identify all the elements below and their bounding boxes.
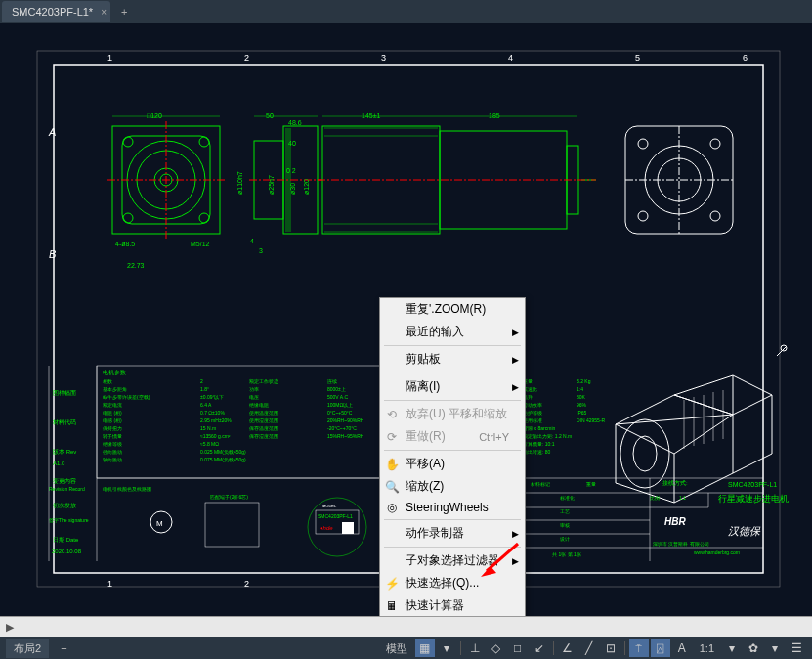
- svg-text:IP65: IP65: [577, 410, 587, 416]
- osnap-toggle-button[interactable]: □: [508, 639, 528, 657]
- menu-sub-select-filter[interactable]: 子对象选择过滤器 ▶: [380, 549, 525, 572]
- svg-text:行星减速步进电机: 行星减速步进电机: [718, 494, 789, 504]
- svg-text:轴向跳动: 轴向跳动: [103, 457, 122, 462]
- context-menu: 重复'.ZOOM(R) 最近的输入 ▶ 剪贴板 ▶ 隔离(I) ▶ ⟲ 放弃(U…: [379, 297, 526, 616]
- menu-redo[interactable]: ⟳ 重做(R) Ctrl+Y: [380, 425, 525, 448]
- svg-text:使用湿度范围: 使用湿度范围: [249, 417, 278, 423]
- svg-marker-65: [616, 415, 733, 454]
- drawing-canvas[interactable]: 1 2 3 4 5 6 A B □120: [0, 23, 812, 616]
- repeat-icon: [384, 302, 400, 318]
- svg-text:500V A.C: 500V A.C: [327, 394, 349, 400]
- svg-text:背隙 ≤ 8arcmin: 背隙 ≤ 8arcmin: [523, 425, 556, 431]
- svg-text:4: 4: [508, 53, 513, 63]
- inferred-constraints-button[interactable]: ↙: [530, 639, 549, 657]
- scale-button[interactable]: 1:1: [694, 640, 720, 656]
- isoplane-button[interactable]: ╱: [579, 639, 599, 657]
- snap-toggle-button[interactable]: ◇: [487, 639, 506, 657]
- svg-text:材料标记: 材料标记: [530, 481, 550, 487]
- svg-text:22.73: 22.73: [127, 262, 145, 269]
- svg-text:96%: 96%: [577, 402, 587, 408]
- menu-separator: [384, 373, 521, 373]
- add-tab-button[interactable]: +: [116, 4, 132, 20]
- menu-label: 剪贴板: [406, 351, 441, 368]
- menu-separator: [384, 547, 521, 548]
- svg-text:3: 3: [381, 53, 386, 63]
- menu-quick-calc[interactable]: 🖩 快速计算器: [380, 594, 525, 616]
- annotation-autoscale-button[interactable]: A: [672, 639, 692, 657]
- svg-text:绝缘等级: 绝缘等级: [103, 441, 122, 447]
- menu-isolate[interactable]: 隔离(I) ▶: [380, 375, 525, 398]
- svg-text:B: B: [49, 248, 56, 260]
- status-separator: [460, 641, 461, 655]
- scale-dropdown-button[interactable]: ▾: [722, 639, 742, 657]
- menu-zoom[interactable]: 🔍 缩放(Z): [380, 475, 525, 498]
- menu-pan[interactable]: ✋ 平移(A): [380, 453, 525, 475]
- svg-text:145±1: 145±1: [362, 112, 381, 119]
- svg-text:电压: 电压: [249, 394, 259, 400]
- menu-label: 放弃(U) 平移和缩放: [406, 406, 507, 422]
- menu-label: 快速选择(Q)...: [406, 575, 479, 592]
- menu-repeat-zoom[interactable]: 重复'.ZOOM(R): [380, 298, 525, 321]
- svg-text:A: A: [48, 126, 56, 138]
- menu-label: 缩放(Z): [406, 478, 444, 495]
- svg-text:功率: 功率: [249, 386, 259, 392]
- svg-text:1:1: 1:1: [679, 495, 686, 501]
- pan-hand-icon: ✋: [384, 457, 400, 472]
- svg-point-59: [710, 139, 720, 149]
- svg-text:±0.09°以下: ±0.09°以下: [200, 394, 224, 400]
- menu-abandon[interactable]: ⟲ 放弃(U) 平移和缩放: [380, 403, 525, 425]
- menu-action-recorder[interactable]: 动作录制器 ▶: [380, 522, 525, 545]
- svg-text:蜗牛步带许误差(空载): 蜗牛步带许误差(空载): [103, 394, 150, 400]
- zoom-icon: 🔍: [384, 479, 400, 495]
- svg-rect-166: [342, 522, 354, 534]
- svg-text:2020.10.08: 2020.10.08: [52, 549, 82, 554]
- svg-text:5: 5: [635, 53, 640, 63]
- close-tab-icon[interactable]: ×: [101, 7, 107, 18]
- file-tab[interactable]: SMC4203PF-L1* ×: [2, 1, 110, 22]
- submenu-arrow-icon: ▶: [512, 328, 519, 337]
- menu-quick-select[interactable]: ⚡ 快速选择(Q)...: [380, 572, 525, 594]
- svg-text:比例: 比例: [650, 495, 660, 501]
- svg-rect-42: [322, 126, 440, 234]
- menu-label: 快速计算器: [406, 597, 464, 614]
- add-layout-button[interactable]: +: [55, 640, 72, 656]
- snap-dropdown-button[interactable]: ▾: [437, 639, 456, 657]
- svg-text:3.2 Kg: 3.2 Kg: [577, 378, 591, 384]
- status-separator: [624, 641, 625, 655]
- svg-point-60: [638, 211, 648, 221]
- angle-snap-button[interactable]: ∠: [558, 639, 577, 657]
- customize-dropdown-button[interactable]: ▾: [765, 639, 785, 657]
- svg-text:4: 4: [250, 238, 254, 244]
- layout-tab[interactable]: 布局2: [6, 639, 49, 658]
- svg-text:保持扭力: 保持扭力: [103, 425, 122, 431]
- svg-text:使用温度范围: 使用温度范围: [249, 410, 278, 416]
- menu-button[interactable]: ☰: [787, 639, 806, 657]
- svg-text:图样幅面: 图样幅面: [53, 390, 76, 396]
- svg-text:签字The signature: 签字The signature: [49, 517, 89, 523]
- submenu-arrow-icon: ▶: [512, 556, 519, 566]
- lock-toggle-button[interactable]: ⊡: [601, 639, 620, 657]
- svg-text:电感 (相): 电感 (相): [103, 417, 122, 423]
- svg-text:1: 1: [107, 579, 112, 589]
- annotation-visibility-button[interactable]: ⍓: [651, 639, 670, 657]
- grid-toggle-button[interactable]: ▦: [415, 639, 435, 657]
- svg-text:设计: 设计: [560, 536, 570, 542]
- submenu-arrow-icon: ▶: [512, 355, 519, 365]
- command-line[interactable]: ▶: [0, 616, 812, 637]
- menu-clipboard[interactable]: 剪贴板 ▶: [380, 348, 525, 371]
- svg-text:1:4: 1:4: [577, 386, 583, 392]
- menu-steering-wheels[interactable]: ◎ SteeringWheels: [380, 498, 525, 517]
- menu-label: 重做(R): [406, 428, 446, 445]
- svg-text:传动效率: 传动效率: [523, 402, 542, 408]
- annotation-scale-button[interactable]: ⍑: [629, 639, 649, 657]
- workspace-gear-button[interactable]: ✿: [744, 639, 763, 657]
- svg-text:深圳市 汉普斯科 有限公司: 深圳市 汉普斯科 有限公司: [653, 541, 709, 547]
- model-space-button[interactable]: 模型: [380, 639, 413, 658]
- menu-label: 隔离(I): [406, 378, 440, 395]
- svg-text:2: 2: [200, 378, 203, 384]
- menu-recent-input[interactable]: 最近的输入 ▶: [380, 321, 525, 343]
- svg-point-18: [123, 213, 133, 223]
- ortho-toggle-button[interactable]: ⊥: [465, 639, 485, 657]
- svg-text:ø120: ø120: [303, 179, 310, 195]
- undo-icon: ⟲: [384, 407, 400, 422]
